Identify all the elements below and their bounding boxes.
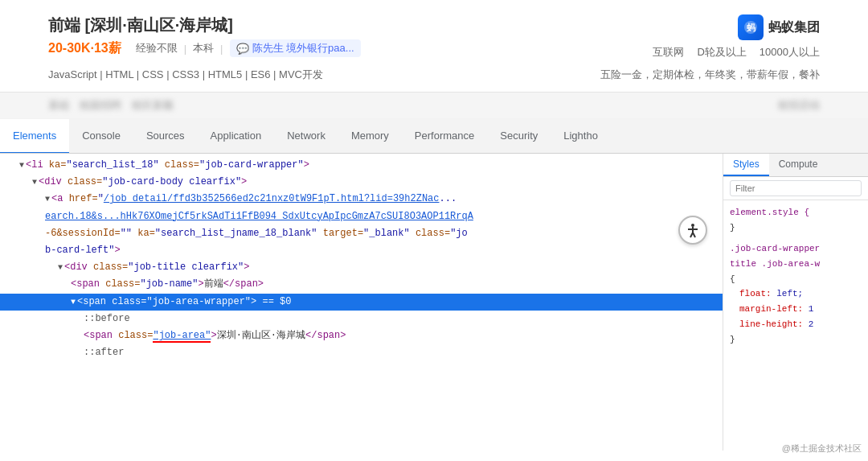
company-size: 10000人以上 <box>760 45 820 60</box>
dom-line-4: -6&sessionId="" ka="search_list_jname_18… <box>0 225 723 242</box>
contact: 陈先生 境外银行paa... <box>252 41 354 56</box>
triangle-icon: ▼ <box>45 195 50 204</box>
devtools-panel: Elements Console Sources Application Net… <box>0 118 868 451</box>
blur-section: 基础 校园招聘 校区新颖 校招启动 <box>0 93 868 118</box>
close-brace: } <box>730 332 862 348</box>
job-header: 前端 [深圳·南山区·海岸城] 20-30K·13薪 经验不限 | 本科 | 💬… <box>48 14 820 60</box>
skills-row: JavaScript | HTML | CSS | CSS3 | HTML5 |… <box>48 68 820 82</box>
stage: D轮及以上 <box>697 45 746 60</box>
styles-tab-styles[interactable]: Styles <box>723 154 769 176</box>
job-listing: 前端 [深圳·南山区·海岸城] 20-30K·13薪 经验不限 | 本科 | 💬… <box>0 0 868 93</box>
company-name: 蚂蚁集团 <box>768 19 820 36</box>
line-height-prop: line-height: 2 <box>730 317 862 332</box>
company-logo-icon: 蚂 <box>738 14 764 40</box>
filter-bar <box>723 177 868 200</box>
styles-content: element.style { } .job-card-wrapper titl… <box>723 200 868 451</box>
dom-line-before: ::before <box>0 311 723 327</box>
experience: 经验不限 <box>136 41 178 56</box>
tab-sources[interactable]: Sources <box>133 119 198 154</box>
watermark: @稀土掘金技术社区 <box>782 442 862 455</box>
job-left: 前端 [深圳·南山区·海岸城] 20-30K·13薪 经验不限 | 本科 | 💬… <box>48 14 361 57</box>
dom-line-2: ▼<div class="job-card-body clearfix"> <box>0 174 723 191</box>
dom-line-after: ::after <box>0 344 723 361</box>
svg-point-2 <box>691 224 694 227</box>
tab-elements[interactable]: Elements <box>0 119 69 154</box>
tab-memory[interactable]: Memory <box>338 119 402 154</box>
open-brace: { <box>730 272 862 287</box>
tab-lighthouse[interactable]: Lightho <box>551 119 611 154</box>
styles-tab-computed[interactable]: Compute <box>769 154 828 176</box>
tab-security[interactable]: Security <box>487 119 551 154</box>
svg-text:蚂: 蚂 <box>747 23 755 32</box>
divider2: | <box>220 43 223 55</box>
tab-performance[interactable]: Performance <box>402 119 487 154</box>
blur-left: 基础 校园招聘 校区新颖 <box>48 98 174 113</box>
industry: 互联网 <box>653 45 684 60</box>
dom-line-3: ▼<a href="/job_detail/ffd3b352566ed2c21n… <box>0 191 723 208</box>
accessibility-icon[interactable] <box>678 216 707 245</box>
company-tags: 互联网 D轮及以上 10000人以上 <box>653 45 820 60</box>
element-style-close: } <box>730 220 862 236</box>
education: 本科 <box>193 41 214 56</box>
dom-line-6: ▼<div class="job-title clearfix"> <box>0 259 723 276</box>
triangle-icon: ▼ <box>19 161 24 170</box>
tab-application[interactable]: Application <box>198 119 275 154</box>
tab-network[interactable]: Network <box>274 119 338 154</box>
job-title: 前端 [深圳·南山区·海岸城] <box>48 14 233 36</box>
benefits: 五险一金，定期体检，年终奖，带薪年假，餐补 <box>600 68 820 82</box>
filter-input[interactable] <box>730 180 862 196</box>
dom-line-url: earch.18&s...hHk76XOmejCf5rkSAdTi1FfB094… <box>0 208 723 225</box>
chat-icon: 💬 <box>236 43 249 55</box>
dom-line-1: ▼<li ka="search_list_18" class="job-card… <box>0 157 723 174</box>
dom-line-selected: ▼<span class="job-area-wrapper"> == $0 <box>0 294 723 311</box>
styles-tabs: Styles Compute <box>723 154 868 177</box>
devtools-body: ▼<li ka="search_list_18" class="job-card… <box>0 154 868 451</box>
element-style-selector: element.style { <box>730 205 862 220</box>
triangle-icon: ▼ <box>32 178 37 187</box>
triangle-icon: ▼ <box>71 298 76 307</box>
company-logo-row: 蚂 蚂蚁集团 <box>738 14 820 40</box>
chat-button[interactable]: 💬 陈先生 境外银行paa... <box>230 39 361 57</box>
styles-panel: Styles Compute element.style { } .job-ca… <box>723 154 868 451</box>
divider1: | <box>184 43 186 55</box>
element-style-block: element.style { } <box>730 205 862 235</box>
tab-console[interactable]: Console <box>69 119 133 154</box>
skills-list: JavaScript | HTML | CSS | CSS3 | HTML5 |… <box>48 68 323 82</box>
svg-line-6 <box>693 233 695 237</box>
job-title-row: 前端 [深圳·南山区·海岸城] <box>48 14 361 36</box>
float-prop: float: left; <box>730 286 862 302</box>
triangle-icon: ▼ <box>58 263 63 272</box>
dom-line-5: b-card-left"> <box>0 242 723 259</box>
job-card-style-block: .job-card-wrapper title .job-area-w { fl… <box>730 241 862 347</box>
dom-line-job-area: <span class="job-area">深圳·南山区·海岸城</span> <box>0 327 723 344</box>
job-salary: 20-30K·13薪 <box>48 40 121 57</box>
company-info: 蚂 蚂蚁集团 互联网 D轮及以上 10000人以上 <box>653 14 820 60</box>
job-card-selector: .job-card-wrapper <box>730 241 862 257</box>
devtools-tabs: Elements Console Sources Application Net… <box>0 118 868 154</box>
blur-right: 校招启动 <box>778 98 820 113</box>
job-card-sub: title .job-area-w <box>730 257 862 272</box>
job-meta: 20-30K·13薪 经验不限 | 本科 | 💬 陈先生 境外银行paa... <box>48 39 361 57</box>
dom-panel[interactable]: ▼<li ka="search_list_18" class="job-card… <box>0 154 723 451</box>
dom-line-7: <span class="job-name">前端</span> <box>0 276 723 293</box>
margin-left-prop: margin-left: 1 <box>730 302 862 317</box>
